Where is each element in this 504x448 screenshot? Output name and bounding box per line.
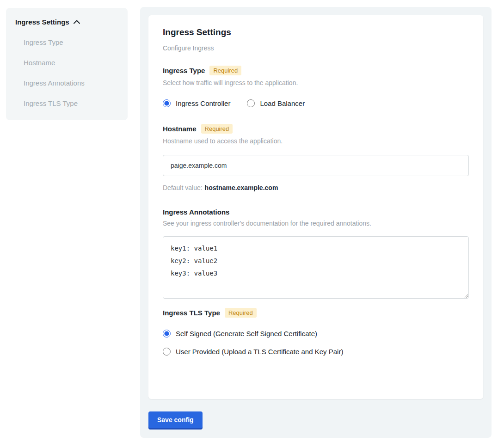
radio-load-balancer-input[interactable] [247,99,255,107]
hostname-default-line: Default value:hostname.example.com [163,184,469,191]
ingress-annotations-textarea[interactable]: key1: value1 key2: value2 key3: value3 [163,236,469,299]
radio-user-provided-input[interactable] [163,348,171,356]
page-layout: Ingress Settings Ingress Type Hostname I… [0,0,504,438]
radio-self-signed-input[interactable] [163,330,171,338]
sidebar-item-ingress-annotations[interactable]: Ingress Annotations [24,79,118,87]
radio-load-balancer[interactable]: Load Balancer [247,99,305,107]
ingress-annotations-help: See your ingress controller's documentat… [163,220,469,227]
hostname-default-value[interactable]: hostname.example.com [205,184,278,191]
sidebar-item-hostname[interactable]: Hostname [24,59,118,67]
required-badge: Required [209,66,241,75]
sidebar-group-title: Ingress Settings [15,18,69,26]
radio-ingress-controller-label: Ingress Controller [176,99,230,107]
radio-self-signed-label: Self Signed (Generate Self Signed Certif… [176,330,317,338]
main-panel: Ingress Settings Configure Ingress Ingre… [140,7,492,438]
sidebar-item-ingress-tls-type[interactable]: Ingress TLS Type [24,99,118,107]
sidebar-item-ingress-type[interactable]: Ingress Type [24,38,118,46]
ingress-tls-type-radio-group: Self Signed (Generate Self Signed Certif… [163,330,469,356]
field-ingress-annotations: Ingress Annotations See your ingress con… [163,208,469,301]
page-subtitle: Configure Ingress [163,44,469,52]
sidebar-group-ingress-settings[interactable]: Ingress Settings [15,18,118,26]
radio-user-provided-label: User Provided (Upload a TLS Certificate … [176,348,343,356]
required-badge: Required [225,308,257,318]
ingress-annotations-label: Ingress Annotations [163,208,229,216]
radio-ingress-controller-input[interactable] [163,99,171,107]
field-hostname: Hostname Required Hostname used to acces… [163,124,469,191]
radio-self-signed[interactable]: Self Signed (Generate Self Signed Certif… [163,330,469,338]
save-config-button[interactable]: Save config [148,411,203,428]
hostname-default-label: Default value: [163,184,203,191]
radio-ingress-controller[interactable]: Ingress Controller [163,99,230,107]
ingress-type-help: Select how traffic will ingress to the a… [163,79,469,86]
page-title: Ingress Settings [163,27,469,37]
chevron-up-icon [74,20,80,24]
hostname-help: Hostname used to access the application. [163,137,469,145]
ingress-type-radio-group: Ingress Controller Load Balancer [163,99,469,107]
ingress-type-label: Ingress Type [163,67,205,74]
radio-user-provided[interactable]: User Provided (Upload a TLS Certificate … [163,348,469,356]
hostname-input[interactable] [163,155,469,176]
hostname-label: Hostname [163,125,197,133]
field-ingress-tls-type: Ingress TLS Type Required Self Signed (G… [163,308,469,356]
save-row: Save config [148,411,483,428]
field-ingress-type: Ingress Type Required Select how traffic… [163,66,469,107]
settings-sidebar: Ingress Settings Ingress Type Hostname I… [6,8,128,120]
ingress-tls-type-label: Ingress TLS Type [163,309,220,317]
radio-load-balancer-label: Load Balancer [260,99,305,107]
required-badge: Required [201,124,233,134]
ingress-settings-card: Ingress Settings Configure Ingress Ingre… [148,15,483,399]
